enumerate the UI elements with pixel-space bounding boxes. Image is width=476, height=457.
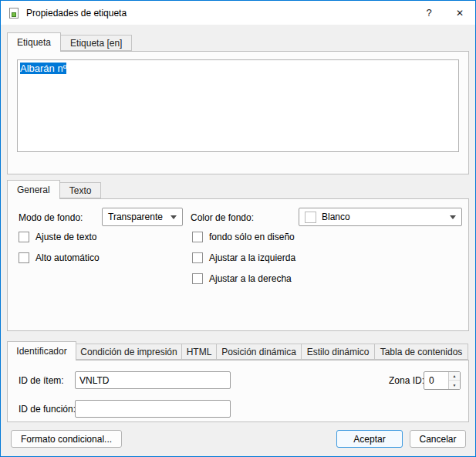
label-tab-pane: Albarán nº <box>7 51 469 174</box>
modo-de-fondo-value: Transparente <box>108 212 166 222</box>
checkbox-fondo-solo-en-diseno[interactable]: fondo sólo en diseño <box>192 232 295 242</box>
modo-de-fondo-label: Modo de fondo: <box>19 212 83 223</box>
footer: Formato condicional... Aceptar Cancelar <box>1 422 475 456</box>
tab-posicion-dinamica[interactable]: Posición dinámica <box>217 344 302 360</box>
titlebar: Propiedades de etiqueta ? ✕ <box>1 1 475 25</box>
id-de-item-input[interactable] <box>75 371 231 389</box>
checkbox-label: fondo sólo en diseño <box>209 232 295 242</box>
cancelar-button[interactable]: Cancelar <box>410 430 466 448</box>
checkbox-label: Ajustar a la derecha <box>209 273 292 284</box>
chevron-down-icon <box>170 215 177 219</box>
bottom-tabs: Identificador Condición de impresión HTM… <box>7 340 469 360</box>
color-de-fondo-value: Blanco <box>322 212 445 222</box>
tab-identificador[interactable]: Identificador <box>7 341 76 361</box>
modo-de-fondo-select[interactable]: Transparente <box>102 208 183 226</box>
checkbox-box <box>19 252 29 263</box>
id-de-funcion-input[interactable] <box>75 400 231 418</box>
tab-condicion-de-impresion[interactable]: Condición de impresión <box>76 344 182 360</box>
checkbox-box <box>192 252 203 263</box>
tab-etiqueta-en[interactable]: Etiqueta [en] <box>61 35 132 51</box>
color-de-fondo-select[interactable]: Blanco <box>299 208 462 226</box>
label-text-editor[interactable]: Albarán nº <box>17 59 459 152</box>
checkbox-label: Ajustar a la izquierda <box>209 252 295 263</box>
id-de-funcion-label: ID de función: <box>19 404 76 415</box>
general-tab-pane: Modo de fondo: Transparente Color de fon… <box>7 198 469 331</box>
label-properties-dialog: Propiedades de etiqueta ? ✕ Etiqueta Eti… <box>0 0 476 457</box>
checkbox-ajustar-a-la-izquierda[interactable]: Ajustar a la izquierda <box>192 252 295 263</box>
id-de-item-label: ID de ítem: <box>19 375 64 386</box>
tab-general[interactable]: General <box>7 180 60 199</box>
checkbox-box <box>19 232 29 242</box>
tab-texto[interactable]: Texto <box>60 182 102 198</box>
checkbox-ajuste-de-texto[interactable]: Ajuste de texto <box>19 232 96 242</box>
selected-label-text: Albarán nº <box>20 63 66 74</box>
label-document-icon <box>8 7 20 19</box>
chevron-down-icon <box>450 215 456 219</box>
label-tabs: Etiqueta Etiqueta [en] <box>7 32 469 51</box>
spin-up-icon[interactable]: ▲ <box>449 372 460 381</box>
color-swatch-white <box>305 212 316 223</box>
footer-right-buttons: Aceptar Cancelar <box>336 430 466 448</box>
formato-condicional-button[interactable]: Formato condicional... <box>11 430 122 448</box>
dialog-title: Propiedades de etiqueta <box>26 8 414 19</box>
tab-html[interactable]: HTML <box>182 344 217 360</box>
tab-etiqueta[interactable]: Etiqueta <box>7 32 61 52</box>
identificador-tab-pane: ID de ítem: Zona ID: 0 ▲ ▼ ID de función… <box>7 360 469 422</box>
spinner-buttons: ▲ ▼ <box>448 372 460 389</box>
zona-id-value: 0 <box>424 372 448 389</box>
checkbox-label: Alto automático <box>35 252 100 263</box>
checkbox-alto-automatico[interactable]: Alto automático <box>19 252 100 263</box>
checkbox-label: Ajuste de texto <box>35 232 96 242</box>
tab-estilo-dinamico[interactable]: Estilo dinámico <box>302 344 375 360</box>
zona-id-label: Zona ID: <box>389 375 424 386</box>
aceptar-button[interactable]: Aceptar <box>336 430 403 448</box>
checkbox-box <box>192 273 203 284</box>
checkbox-ajustar-a-la-derecha[interactable]: Ajustar a la derecha <box>192 273 292 284</box>
close-icon[interactable]: ✕ <box>444 1 475 25</box>
zona-id-spinner[interactable]: 0 ▲ ▼ <box>424 371 461 390</box>
help-button[interactable]: ? <box>414 1 444 25</box>
checkbox-box <box>192 232 203 242</box>
general-tabs: General Texto <box>7 179 469 198</box>
color-de-fondo-label: Color de fondo: <box>191 212 254 223</box>
spin-down-icon[interactable]: ▼ <box>449 381 460 389</box>
tab-tabla-de-contenidos[interactable]: Tabla de contenidos <box>375 344 468 360</box>
